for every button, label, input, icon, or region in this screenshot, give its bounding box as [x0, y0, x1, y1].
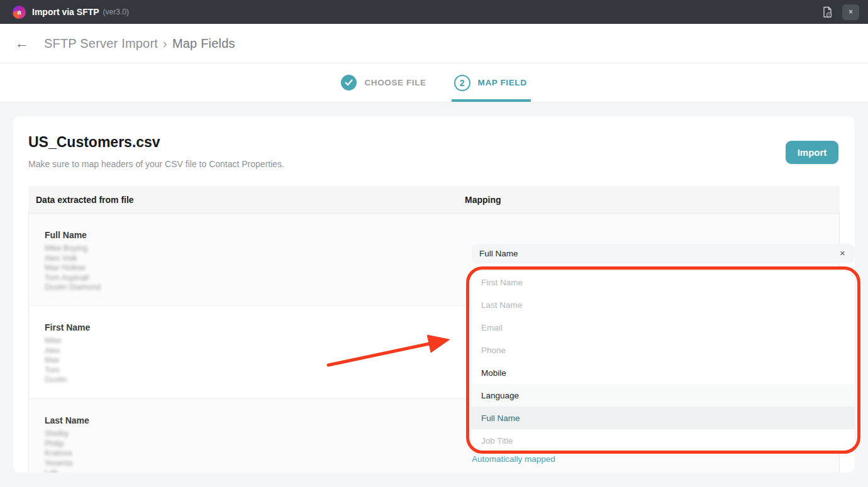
sample-value: Dustin Diamond: [45, 283, 101, 293]
breadcrumb-separator: ›: [163, 36, 167, 50]
step-map-field-label: MAP FIELD: [478, 78, 527, 87]
app-version: (ver3.0): [103, 8, 129, 16]
step-choose-file-label: CHOOSE FILE: [364, 78, 426, 87]
sample-value: Tom Aspinall: [45, 273, 101, 283]
dropdown-option-language[interactable]: Language: [471, 384, 855, 407]
help-doc-icon[interactable]: ?: [820, 4, 835, 19]
breadcrumb-current: Map Fields: [172, 36, 235, 50]
sample-value: Tom: [45, 366, 67, 376]
sample-value: Mike: [45, 336, 67, 346]
step-choose-file[interactable]: CHOOSE FILE: [341, 63, 426, 102]
sample-values-blurred: Mike Boying Alex Volk Max Hollow Tom Asp…: [45, 244, 101, 293]
svg-text:?: ?: [828, 13, 830, 16]
mapping-dropdown: First Name Last Name Email Phone Mobile …: [470, 270, 855, 451]
dropdown-option-mobile[interactable]: Mobile: [471, 361, 855, 384]
file-subtitle: Make sure to map headers of your CSV fil…: [28, 159, 284, 169]
automatically-mapped-status: Automatically mapped: [472, 454, 555, 464]
dropdown-option-email[interactable]: Email: [471, 316, 855, 339]
sample-values-blurred: Mike Alex Max Tom Dustin: [45, 336, 67, 385]
sample-value: Philip: [45, 439, 72, 449]
sample-value: Shelby: [45, 429, 72, 439]
mapping-select[interactable]: Full Name ✕: [472, 244, 854, 263]
step-number-badge: 2: [454, 75, 470, 91]
field-label: First Name: [45, 322, 90, 332]
sample-value: Alex Volk: [45, 254, 101, 264]
sample-value: Lab: [45, 468, 72, 473]
dropdown-option-first-name[interactable]: First Name: [471, 271, 855, 293]
map-fields-card: US_Customers.csv Make sure to map header…: [13, 116, 855, 473]
clear-selection-icon[interactable]: ✕: [840, 249, 845, 258]
close-window-button[interactable]: ×: [842, 4, 859, 20]
step-done-check-icon: [341, 75, 357, 90]
sample-value: Mike Boying: [45, 244, 101, 254]
breadcrumb-parent[interactable]: SFTP Server Import: [44, 36, 158, 50]
active-step-underline: [452, 99, 531, 102]
step-map-field[interactable]: 2 MAP FIELD: [454, 63, 527, 102]
import-via-sftp-window: a Import via SFTP (ver3.0) ? × ← SFTP Se…: [0, 0, 868, 487]
app-titlebar: a Import via SFTP (ver3.0) ? ×: [0, 0, 868, 24]
mapping-selected-value: Full Name: [479, 249, 518, 258]
sample-value: Max Hollow: [45, 263, 101, 273]
sample-value: Yesenia: [45, 459, 72, 469]
sample-value: Max: [45, 356, 67, 366]
sample-value: Dustin: [45, 375, 67, 385]
sample-values-blurred: Shelby Philip Kratova Yesenia Lab: [45, 429, 72, 473]
stepper: CHOOSE FILE 2 MAP FIELD: [0, 63, 868, 102]
field-label: Full Name: [45, 230, 87, 240]
table-header: Data extracted from file Mapping: [28, 186, 840, 214]
breadcrumb: SFTP Server Import›Map Fields: [44, 36, 235, 51]
file-name-title: US_Customers.csv: [28, 134, 160, 151]
sample-value: Alex: [45, 346, 67, 356]
back-arrow-icon[interactable]: ←: [15, 36, 29, 50]
breadcrumb-bar: ← SFTP Server Import›Map Fields: [0, 24, 868, 63]
app-logo-icon: a: [13, 6, 26, 19]
sample-value: Kratova: [45, 449, 72, 459]
dropdown-option-full-name[interactable]: Full Name: [471, 407, 855, 429]
import-button[interactable]: Import: [786, 141, 838, 164]
dropdown-option-phone[interactable]: Phone: [471, 339, 855, 361]
dropdown-option-job-title[interactable]: Job Title: [471, 429, 855, 451]
field-label: Last Name: [45, 415, 89, 425]
app-title: Import via SFTP: [32, 7, 99, 17]
dropdown-option-last-name[interactable]: Last Name: [471, 293, 855, 316]
column-header-data-extracted: Data extracted from file: [36, 195, 134, 205]
column-header-mapping: Mapping: [465, 195, 501, 205]
close-icon: ×: [849, 8, 853, 16]
